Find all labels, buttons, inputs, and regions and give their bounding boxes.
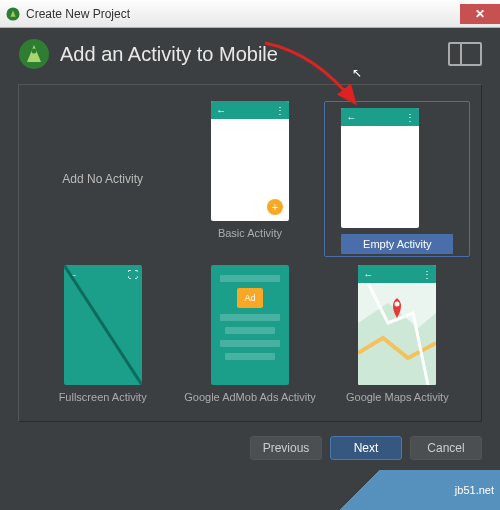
thumb-admob: Ad xyxy=(211,265,289,385)
app-icon xyxy=(6,7,20,21)
close-button[interactable]: ✕ xyxy=(460,4,500,24)
thumb-basic: ←⋮ + xyxy=(211,101,289,221)
overflow-icon: ⋮ xyxy=(422,269,431,280)
window-title: Create New Project xyxy=(26,7,130,21)
svg-point-2 xyxy=(32,49,37,54)
thumb-empty: ←⋮ xyxy=(341,108,419,228)
android-studio-logo-icon xyxy=(18,38,50,70)
wizard-buttons: Previous Next Cancel xyxy=(0,422,500,470)
activity-option-none[interactable]: Add No Activity xyxy=(33,101,173,257)
watermark: jb51.net xyxy=(340,470,500,510)
activity-option-empty[interactable]: ←⋮ Empty Activity xyxy=(327,101,467,257)
ad-badge-icon: Ad xyxy=(237,288,263,308)
back-arrow-icon: ← xyxy=(346,112,356,123)
thumb-maps: ←⋮ xyxy=(358,265,436,385)
back-arrow-icon: ← xyxy=(363,269,373,280)
page-title: Add an Activity to Mobile xyxy=(60,43,278,66)
close-icon: ✕ xyxy=(475,7,485,21)
activity-label: Google Maps Activity xyxy=(346,391,449,403)
activity-label: Empty Activity xyxy=(341,234,453,254)
activity-label: Add No Activity xyxy=(62,172,143,186)
wizard-header: Add an Activity to Mobile xyxy=(0,28,500,84)
fab-icon: + xyxy=(267,199,283,215)
cancel-button[interactable]: Cancel xyxy=(410,436,482,460)
activity-label: Fullscreen Activity xyxy=(59,391,147,403)
next-button[interactable]: Next xyxy=(330,436,402,460)
form-factor-icon xyxy=(448,42,482,66)
back-arrow-icon: ← xyxy=(216,105,226,116)
activity-label: Google AdMob Ads Activity xyxy=(184,391,315,403)
overflow-icon: ⋮ xyxy=(275,105,284,116)
titlebar: Create New Project ✕ xyxy=(0,0,500,28)
svg-line-3 xyxy=(64,265,142,385)
activity-label: Basic Activity xyxy=(218,227,282,239)
svg-point-5 xyxy=(395,302,400,307)
cursor-icon: ↖ xyxy=(352,66,362,80)
thumb-fullscreen: ← ⛶ xyxy=(64,265,142,385)
activity-gallery: Add No Activity ←⋮ + Basic Activity ←⋮ E… xyxy=(18,84,482,422)
previous-button[interactable]: Previous xyxy=(250,436,322,460)
activity-option-admob[interactable]: Ad Google AdMob Ads Activity xyxy=(180,265,320,403)
activity-option-maps[interactable]: ←⋮ Google Maps Activity xyxy=(327,265,467,403)
overflow-icon: ⋮ xyxy=(405,112,414,123)
activity-option-fullscreen[interactable]: ← ⛶ Fullscreen Activity xyxy=(33,265,173,403)
activity-option-basic[interactable]: ←⋮ + Basic Activity xyxy=(180,101,320,257)
